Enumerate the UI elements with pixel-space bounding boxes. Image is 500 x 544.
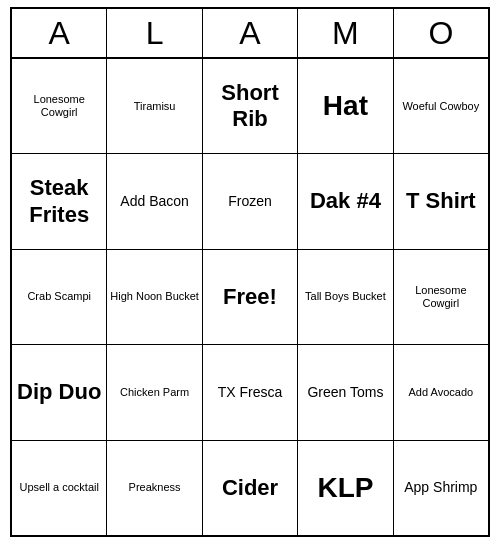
header-cell: A [12, 9, 107, 57]
cell-1-1: Add Bacon [107, 154, 202, 248]
grid-row: Steak FritesAdd BaconFrozenDak #4T Shirt [12, 154, 488, 249]
cell-3-3: Green Toms [298, 345, 393, 439]
cell-0-0: Lonesome Cowgirl [12, 59, 107, 153]
grid-row: Crab ScampiHigh Noon BucketFree!Tall Boy… [12, 250, 488, 345]
cell-0-3: Hat [298, 59, 393, 153]
cell-0-1: Tiramisu [107, 59, 202, 153]
cell-3-2: TX Fresca [203, 345, 298, 439]
cell-2-3: Tall Boys Bucket [298, 250, 393, 344]
cell-3-0: Dip Duo [12, 345, 107, 439]
header-cell: M [298, 9, 393, 57]
bingo-card: ALAMO Lonesome CowgirlTiramisuShort RibH… [10, 7, 490, 537]
cell-4-3: KLP [298, 441, 393, 535]
grid-row: Lonesome CowgirlTiramisuShort RibHatWoef… [12, 59, 488, 154]
cell-2-4: Lonesome Cowgirl [394, 250, 488, 344]
cell-4-2: Cider [203, 441, 298, 535]
grid-row: Dip DuoChicken ParmTX FrescaGreen TomsAd… [12, 345, 488, 440]
cell-4-1: Preakness [107, 441, 202, 535]
cell-0-2: Short Rib [203, 59, 298, 153]
header-row: ALAMO [12, 9, 488, 59]
cell-1-4: T Shirt [394, 154, 488, 248]
cell-3-4: Add Avocado [394, 345, 488, 439]
cell-1-2: Frozen [203, 154, 298, 248]
cell-0-4: Woeful Cowboy [394, 59, 488, 153]
cell-1-0: Steak Frites [12, 154, 107, 248]
cell-4-0: Upsell a cocktail [12, 441, 107, 535]
cell-1-3: Dak #4 [298, 154, 393, 248]
grid-row: Upsell a cocktailPreaknessCiderKLPApp Sh… [12, 441, 488, 535]
cell-2-1: High Noon Bucket [107, 250, 202, 344]
cell-3-1: Chicken Parm [107, 345, 202, 439]
header-cell: A [203, 9, 298, 57]
cell-2-0: Crab Scampi [12, 250, 107, 344]
header-cell: O [394, 9, 488, 57]
header-cell: L [107, 9, 202, 57]
bingo-grid: Lonesome CowgirlTiramisuShort RibHatWoef… [12, 59, 488, 535]
cell-4-4: App Shrimp [394, 441, 488, 535]
cell-2-2: Free! [203, 250, 298, 344]
